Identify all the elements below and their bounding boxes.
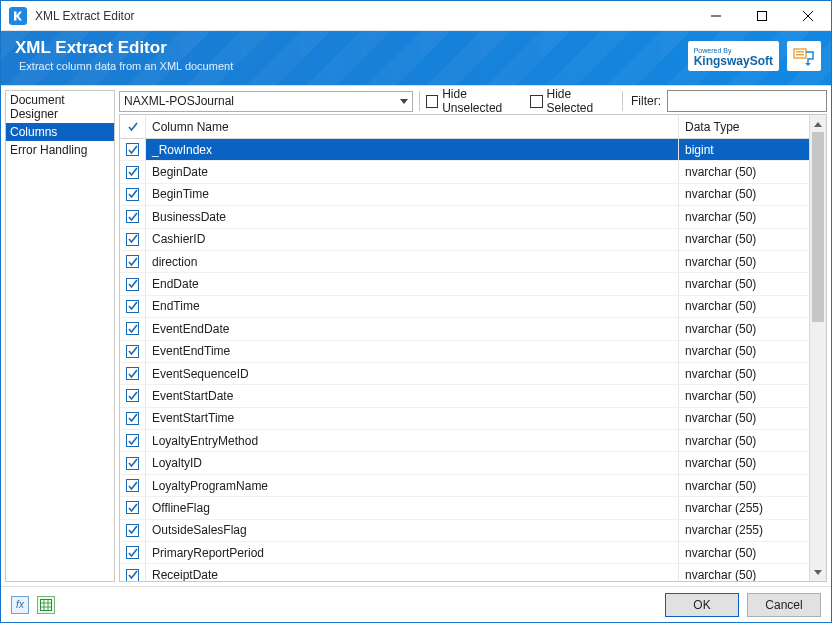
- filter-input[interactable]: [667, 90, 827, 112]
- banner-logos: Powered By KingswaySoft: [688, 41, 821, 71]
- svg-rect-0: [758, 11, 767, 20]
- row-checkbox[interactable]: [120, 542, 146, 563]
- filter-label: Filter:: [631, 94, 661, 108]
- row-checkbox[interactable]: [120, 385, 146, 406]
- scroll-thumb[interactable]: [812, 132, 824, 322]
- table-row[interactable]: EndDatenvarchar (50): [120, 273, 809, 295]
- footer: fx OK Cancel: [1, 586, 831, 622]
- row-data-type: nvarchar (50): [679, 542, 809, 563]
- table-row[interactable]: OutsideSalesFlagnvarchar (255): [120, 520, 809, 542]
- row-data-type: nvarchar (50): [679, 273, 809, 294]
- header-checkbox[interactable]: [120, 115, 146, 138]
- row-data-type: nvarchar (50): [679, 452, 809, 473]
- row-checkbox[interactable]: [120, 520, 146, 541]
- scroll-up-icon[interactable]: [810, 115, 826, 132]
- row-checkbox[interactable]: [120, 206, 146, 227]
- row-column-name: EventStartDate: [146, 385, 679, 406]
- vertical-scrollbar[interactable]: [809, 115, 826, 581]
- table-row[interactable]: LoyaltyProgramNamenvarchar (50): [120, 475, 809, 497]
- row-data-type: nvarchar (50): [679, 385, 809, 406]
- row-data-type: nvarchar (255): [679, 497, 809, 518]
- row-checkbox[interactable]: [120, 229, 146, 250]
- table-row[interactable]: LoyaltyIDnvarchar (50): [120, 452, 809, 474]
- row-checkbox[interactable]: [120, 408, 146, 429]
- table-row[interactable]: EventEndTimenvarchar (50): [120, 341, 809, 363]
- row-checkbox[interactable]: [120, 475, 146, 496]
- sidebar-item-error-handling[interactable]: Error Handling: [6, 141, 114, 159]
- row-checkbox[interactable]: [120, 452, 146, 473]
- hide-selected-checkbox[interactable]: Hide Selected: [530, 87, 616, 115]
- row-column-name: PrimaryReportPeriod: [146, 542, 679, 563]
- row-checkbox[interactable]: [120, 161, 146, 182]
- svg-rect-3: [796, 54, 804, 56]
- checkbox-icon: [426, 95, 438, 108]
- row-checkbox[interactable]: [120, 139, 146, 160]
- row-column-name: EventSequenceID: [146, 363, 679, 384]
- header-column-name[interactable]: Column Name: [146, 115, 679, 138]
- row-checkbox[interactable]: [120, 273, 146, 294]
- table-row[interactable]: EndTimenvarchar (50): [120, 296, 809, 318]
- sidebar-item-columns[interactable]: Columns: [6, 123, 114, 141]
- svg-rect-1: [794, 49, 806, 58]
- grid-header: Column Name Data Type: [120, 115, 809, 139]
- row-data-type: nvarchar (50): [679, 318, 809, 339]
- chevron-down-icon: [400, 94, 408, 108]
- row-data-type: nvarchar (50): [679, 408, 809, 429]
- row-checkbox[interactable]: [120, 296, 146, 317]
- table-row[interactable]: _RowIndexbigint: [120, 139, 809, 161]
- row-column-name: direction: [146, 251, 679, 272]
- maximize-button[interactable]: [739, 1, 785, 31]
- app-icon: [9, 7, 27, 25]
- table-row[interactable]: PrimaryReportPeriodnvarchar (50): [120, 542, 809, 564]
- row-checkbox[interactable]: [120, 564, 146, 581]
- table-row[interactable]: CashierIDnvarchar (50): [120, 229, 809, 251]
- svg-rect-2: [796, 51, 804, 53]
- row-checkbox[interactable]: [120, 318, 146, 339]
- sidebar-item-document-designer[interactable]: Document Designer: [6, 91, 114, 123]
- table-row[interactable]: BusinessDatenvarchar (50): [120, 206, 809, 228]
- node-dropdown[interactable]: NAXML-POSJournal: [119, 91, 413, 112]
- table-row[interactable]: ReceiptDatenvarchar (50): [120, 564, 809, 581]
- table-icon[interactable]: [37, 596, 55, 614]
- minimize-button[interactable]: [693, 1, 739, 31]
- row-checkbox[interactable]: [120, 497, 146, 518]
- main-panel: NAXML-POSJournal Hide Unselected Hide Se…: [119, 90, 827, 582]
- row-data-type: nvarchar (50): [679, 229, 809, 250]
- row-column-name: BeginDate: [146, 161, 679, 182]
- table-row[interactable]: OfflineFlagnvarchar (255): [120, 497, 809, 519]
- row-column-name: EndTime: [146, 296, 679, 317]
- row-data-type: nvarchar (50): [679, 161, 809, 182]
- scroll-track[interactable]: [810, 132, 826, 564]
- row-column-name: LoyaltyEntryMethod: [146, 430, 679, 451]
- row-column-name: LoyaltyProgramName: [146, 475, 679, 496]
- table-row[interactable]: LoyaltyEntryMethodnvarchar (50): [120, 430, 809, 452]
- row-checkbox[interactable]: [120, 341, 146, 362]
- expression-icon[interactable]: fx: [11, 596, 29, 614]
- table-row[interactable]: EventEndDatenvarchar (50): [120, 318, 809, 340]
- row-checkbox[interactable]: [120, 363, 146, 384]
- row-data-type: nvarchar (50): [679, 251, 809, 272]
- table-row[interactable]: EventStartTimenvarchar (50): [120, 408, 809, 430]
- table-row[interactable]: EventStartDatenvarchar (50): [120, 385, 809, 407]
- table-row[interactable]: BeginDatenvarchar (50): [120, 161, 809, 183]
- row-data-type: nvarchar (50): [679, 564, 809, 581]
- hide-unselected-checkbox[interactable]: Hide Unselected: [426, 87, 524, 115]
- row-data-type: nvarchar (50): [679, 296, 809, 317]
- table-row[interactable]: EventSequenceIDnvarchar (50): [120, 363, 809, 385]
- row-checkbox[interactable]: [120, 184, 146, 205]
- close-button[interactable]: [785, 1, 831, 31]
- table-row[interactable]: BeginTimenvarchar (50): [120, 184, 809, 206]
- row-data-type: nvarchar (50): [679, 475, 809, 496]
- toolbar-divider: [622, 91, 623, 111]
- row-checkbox[interactable]: [120, 430, 146, 451]
- row-checkbox[interactable]: [120, 251, 146, 272]
- ok-button[interactable]: OK: [665, 593, 739, 617]
- kingswaysoft-logo: Powered By KingswaySoft: [688, 41, 779, 71]
- row-data-type: nvarchar (50): [679, 206, 809, 227]
- table-row[interactable]: directionnvarchar (50): [120, 251, 809, 273]
- row-column-name: EventEndTime: [146, 341, 679, 362]
- cancel-button[interactable]: Cancel: [747, 593, 821, 617]
- app-window: XML Extract Editor XML Extract Editor Ex…: [0, 0, 832, 623]
- scroll-down-icon[interactable]: [810, 564, 826, 581]
- header-data-type[interactable]: Data Type: [679, 115, 809, 138]
